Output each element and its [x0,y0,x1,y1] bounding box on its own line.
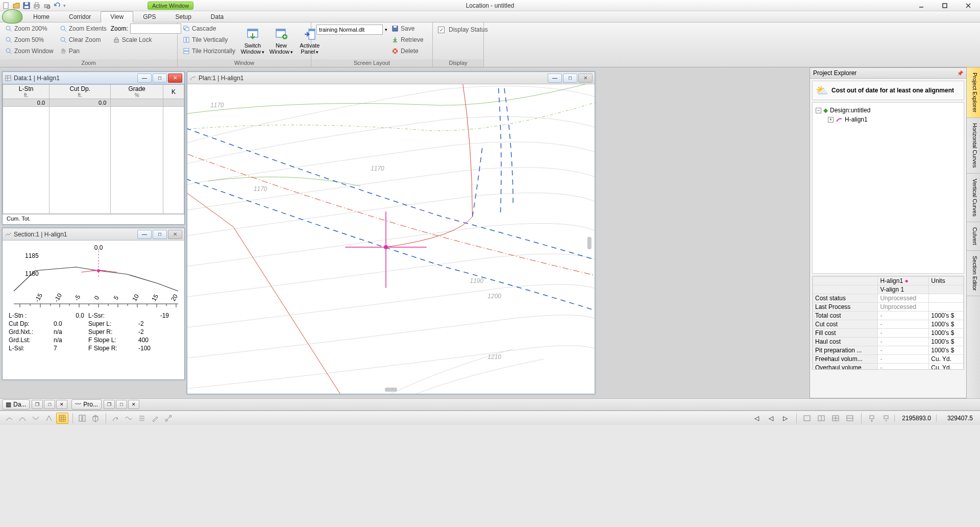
side-tab-horizontal-curves[interactable]: Horizontal Curves [967,118,980,173]
section-chart[interactable]: 0.0 1185 1180 -15 -10 -5 0 [5,243,181,310]
zoom-50-button[interactable]: Zoom 50% [3,35,56,45]
open-icon[interactable] [12,2,20,10]
zoom-in-icon[interactable] [866,413,878,424]
tool-list-icon[interactable] [136,413,148,424]
project-explorer-title[interactable]: Project Explorer 📌 [810,68,966,79]
section-minimize-button[interactable]: — [137,230,152,239]
data-close-button[interactable]: ✕ [168,74,182,83]
section-close-button[interactable]: ✕ [168,230,182,239]
tree-node-halign[interactable]: + H-align1 [816,115,961,124]
table-row[interactable]: 0.0 0.0 [3,99,184,107]
zoom-window-button[interactable]: Zoom Window [3,46,56,56]
tab-corridor[interactable]: Corridor [59,11,101,22]
zoom-extents-button[interactable]: Zoom Extents [58,23,109,34]
tool-edit-icon[interactable] [149,413,161,424]
zoom-combo[interactable] [130,23,181,34]
tab-restore-button[interactable]: ❐ [32,400,43,409]
cascade-button[interactable]: Cascade [181,23,237,34]
app-logo[interactable] [2,9,22,23]
side-tab-culvert[interactable]: Culvert [967,222,980,251]
data-minimize-button[interactable]: — [137,74,152,83]
delete-layout-button[interactable]: Delete [389,46,426,56]
plan-window-titlebar[interactable]: Plan:1 | H-align1 — □ ✕ [187,72,595,84]
properties-grid[interactable]: H-align1 ●Units V-align 1 Cost statusUnp… [812,276,964,370]
close-button[interactable] [957,0,980,11]
tool-curve2-icon[interactable] [30,413,42,424]
zoom-out-icon[interactable] [880,413,892,424]
tab-profile[interactable]: 〰Pro... [71,399,102,410]
tool-3d-icon[interactable] [89,413,102,424]
nav-first-icon[interactable]: ◁ [750,413,763,424]
side-tab-project-explorer[interactable]: Project Explorer [967,67,980,118]
scale-lock-button[interactable]: Scale Lock [111,35,186,45]
view-split-icon[interactable] [815,413,827,424]
clear-zoom-button[interactable]: Clear Zoom [58,35,109,45]
tab-setup[interactable]: Setup [166,11,201,22]
switch-window-button[interactable]: SwitchWindow [238,23,267,58]
weather-icon: ⛅ [816,84,828,97]
plan-close-button[interactable]: ✕ [578,74,593,83]
tab-data[interactable]: Data [201,11,233,22]
tab-home[interactable]: Home [23,11,59,22]
new-window-button[interactable]: NewWindow [267,23,296,58]
tool-line-icon[interactable] [3,413,15,424]
svg-line-106 [167,417,170,420]
display-status-checkbox[interactable]: ✓Display Status [436,25,490,35]
col-cutdp[interactable]: Cut Dp.ft. [50,85,111,99]
tool-wave-icon[interactable] [122,413,135,424]
svg-text:1185: 1185 [25,252,39,259]
section-maximize-button[interactable]: □ [153,230,167,239]
section-window-titlebar[interactable]: Section:1 | H-align1 — □ ✕ [3,228,184,241]
tab-close-button[interactable]: ✕ [128,400,139,409]
tool-angle-icon[interactable] [43,413,55,424]
tab-max-button[interactable]: □ [116,400,127,409]
print-preview-icon[interactable] [43,2,51,10]
new-icon[interactable] [2,2,10,10]
tool-grid-icon[interactable] [56,413,68,424]
tree-node-design[interactable]: − ◆ Design:untitled [816,106,961,115]
qat-dropdown-icon[interactable]: ▾ [63,3,66,8]
view-quad-icon[interactable] [829,413,842,424]
tab-view[interactable]: View [101,11,133,22]
lstn-value: 0.0 [54,312,84,319]
data-window-titlebar[interactable]: Data:1 | H-align1 — □ ✕ [3,72,184,84]
col-k[interactable]: K [163,85,184,99]
pin-icon[interactable]: 📌 [957,70,963,76]
zoom-200-button[interactable]: Zoom 200% [3,23,56,34]
side-tab-section-editor[interactable]: Section Editor [967,251,980,296]
expand-icon[interactable]: + [828,117,834,123]
tool-sections-icon[interactable] [76,413,88,424]
plan-canvas[interactable]: 1170 1170 1170 1190 1200 1210 [187,84,595,394]
undo-icon[interactable] [53,2,61,10]
save-icon[interactable] [22,2,31,10]
view-custom-icon[interactable] [844,413,856,424]
layout-file-combo[interactable] [316,25,383,35]
col-lstn[interactable]: L-Stnft. [3,85,50,99]
project-tree[interactable]: − ◆ Design:untitled + H-align1 [812,102,964,274]
pan-button[interactable]: Pan [58,46,109,56]
tab-data[interactable]: ▦Da... [2,399,30,410]
retrieve-layout-button[interactable]: Retrieve [389,35,426,45]
tab-gps[interactable]: GPS [133,11,165,22]
tab-restore-button[interactable]: ❐ [104,400,115,409]
tool-curve1-icon[interactable] [16,413,29,424]
col-grade[interactable]: Grade% [111,85,163,99]
tile-horizontally-button[interactable]: Tile Horizontally [181,46,237,56]
tab-close-button[interactable]: ✕ [56,400,67,409]
nav-play-icon[interactable]: ▷ [779,413,791,424]
tool-arrow-icon[interactable] [109,413,121,424]
data-maximize-button[interactable]: □ [153,74,167,83]
tool-measure-icon[interactable] [162,413,175,424]
view-single-icon[interactable] [801,413,813,424]
side-tab-vertical-curves[interactable]: Vertical Curves [967,174,980,222]
save-layout-button[interactable]: Save [389,23,426,34]
nav-prev-icon[interactable]: ◁ [765,413,777,424]
tab-max-button[interactable]: □ [44,400,55,409]
tile-vertically-button[interactable]: Tile Vertically [181,35,237,45]
plan-minimize-button[interactable]: — [548,74,562,83]
minimize-button[interactable] [910,0,933,11]
collapse-icon[interactable]: − [816,108,821,113]
plan-maximize-button[interactable]: □ [563,74,577,83]
maximize-button[interactable] [933,0,957,11]
print-icon[interactable] [33,2,41,10]
